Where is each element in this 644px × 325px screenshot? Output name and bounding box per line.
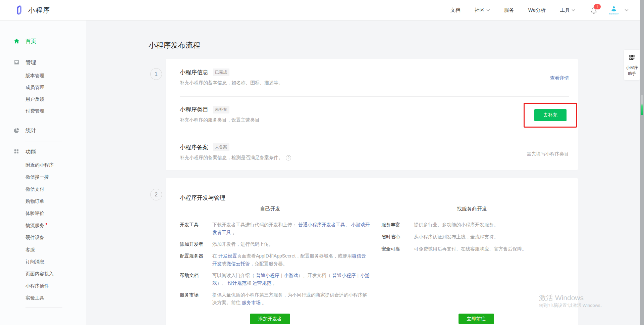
go-complete-button[interactable]: 去补充 — [534, 109, 567, 121]
dev-row-label: 帮助文档 — [180, 272, 212, 287]
helper-label-line1: 小程序 — [624, 64, 640, 71]
sidebar-item-experience-review[interactable]: 体验评价 — [0, 207, 86, 220]
inline-link[interactable]: 普通小程序开发者工具 — [298, 222, 345, 227]
scrollbar-track[interactable] — [640, 0, 644, 325]
inline-link[interactable]: 微信云托管 — [226, 261, 250, 266]
service-row-content: 提供多行业、多功能的小程序开发服务。 — [414, 221, 558, 229]
sidebar-section-home[interactable]: 首页 — [0, 34, 86, 49]
desc-text: 补充小程序的备案信息，检测是否满足备案条件。 — [180, 155, 283, 161]
inline-link[interactable]: 设计规范 — [228, 280, 247, 286]
sidebar-section-label: 管理 — [25, 59, 36, 66]
self-develop-heading: 自己开发 — [180, 206, 361, 212]
status-badge: 已完成 — [213, 68, 229, 76]
desc-text: 补充小程序的基本信息，如名称、图标、描述等。 — [180, 80, 283, 86]
service-row-2: 安全可靠可免费试用后再支付、在线客服响应、官方售后保障。 — [381, 245, 578, 253]
sidebar-item-user-feedback[interactable]: 用户反馈 — [0, 93, 86, 105]
dev-row-label: 服务市场 — [180, 291, 212, 307]
sidebar-item-subscribe-messages[interactable]: 订阅消息 — [0, 256, 86, 268]
dev-row-1: 添加开发者添加开发者，进行代码上传。 — [180, 240, 374, 248]
new-indicator-dot — [46, 223, 47, 225]
sidebar-list-manage: 版本管理成员管理用户反馈付费管理 — [0, 70, 86, 117]
sidebar-item-customer-service[interactable]: 客服 — [0, 244, 86, 256]
dev-row-content: 在 开发设置页面查看AppID和AppSecret，配置服务器域名，或使用微信云… — [212, 252, 370, 268]
nav-item-tools[interactable]: 工具 — [560, 7, 575, 13]
inline-link[interactable]: 普通小程序 — [332, 273, 356, 278]
notification-bell-button[interactable]: 1 — [590, 6, 598, 14]
nav-item-we-analytics[interactable]: We分析 — [528, 7, 546, 13]
dev-row-3: 帮助文档可以阅读入门介绍（ 普通小程序｜小游戏）、开发文档（ 普通小程序｜小游戏… — [180, 272, 374, 287]
sidebar-section-stats[interactable]: 统计 — [0, 123, 86, 138]
scrollbar-thumb[interactable] — [641, 95, 643, 115]
sidebar-item-payment-mgmt[interactable]: 付费管理 — [0, 105, 86, 117]
go-now-button[interactable]: 立即前往 — [459, 314, 494, 324]
dev-row-content: 添加开发者，进行代码上传。 — [212, 240, 370, 248]
step1-row-category: 小程序类目未补充补充小程序的服务类目，设置主营类目去补充 — [166, 96, 578, 134]
service-provider-rows: 服务丰富提供多行业、多功能的小程序开发服务。省时省心从小程序认证到发布上线，全流… — [381, 221, 578, 253]
nav-item-community[interactable]: 社区 — [475, 7, 490, 13]
sidebar-item-wechat-search[interactable]: 微信搜一搜 — [0, 171, 86, 183]
inline-link[interactable]: 开发设置 — [218, 253, 237, 259]
sidebar-item-version-mgmt[interactable]: 版本管理 — [0, 70, 86, 82]
sidebar-item-hardware-devices[interactable]: 硬件设备 — [0, 232, 86, 244]
help-icon[interactable]: ? — [286, 155, 291, 160]
inline-link[interactable]: 普通小程序 — [256, 273, 279, 278]
pie-chart-icon — [13, 127, 20, 134]
step1-row-registration: 小程序备案未备案补充小程序的备案信息，检测是否满足备案条件。?需先填写小程序类目 — [166, 134, 578, 170]
sidebar-item-page-content-access[interactable]: 页面内容接入 — [0, 268, 86, 280]
sidebar-item-experiment-tools[interactable]: 实验工具 — [0, 292, 86, 304]
divider — [180, 96, 569, 97]
step1-row-desc: 补充小程序的备案信息，检测是否满足备案条件。? — [180, 155, 291, 161]
nav-item-label: 文档 — [450, 7, 461, 13]
sidebar-section-features[interactable]: 功能 — [0, 144, 86, 159]
grid-icon — [13, 148, 20, 155]
divider — [25, 120, 62, 120]
helper-label-line2: 助手 — [624, 71, 640, 77]
mini-program-logo-icon — [13, 4, 25, 16]
divider — [25, 52, 62, 52]
mini-program-helper-widget[interactable]: 小程序 助手 — [624, 50, 640, 80]
dev-row-content: 可以阅读入门介绍（ 普通小程序｜小游戏）、开发文档（ 普通小程序｜小游戏）、 设… — [212, 272, 370, 287]
nav-item-service[interactable]: 服务 — [504, 7, 514, 13]
service-row-content: 从小程序认证到发布上线，全流程支持。 — [414, 233, 558, 241]
nav-item-docs[interactable]: 文档 — [450, 7, 461, 13]
sidebar-item-logistics-service[interactable]: 物流服务 — [0, 220, 86, 232]
dev-manage-card: 小程序开发与管理 自己开发 开发工具下载开发者工具进行代码的开发和上传： 普通小… — [166, 178, 578, 325]
notification-badge: 1 — [593, 4, 601, 10]
desc-text: 补充小程序的服务类目，设置主营类目 — [180, 117, 260, 123]
step2-title: 小程序开发与管理 — [180, 194, 225, 202]
divider — [25, 141, 62, 141]
windows-activation-watermark-line2: 转到"电脑设置"以激活 Windows。 — [539, 303, 605, 309]
sidebar-item-member-mgmt[interactable]: 成员管理 — [0, 82, 86, 93]
sidebar-item-mini-program-plugins[interactable]: 小程序插件 — [0, 280, 86, 292]
add-developer-button[interactable]: 添加开发者 — [250, 314, 290, 324]
sidebar-section-manage[interactable]: 管理 — [0, 55, 86, 70]
sidebar-section-label: 首页 — [25, 38, 36, 45]
sidebar-section-label: 统计 — [25, 127, 36, 134]
status-badge: 未备案 — [213, 143, 229, 151]
inline-link[interactable]: 服务市场 — [242, 300, 261, 305]
dev-row-content: 提供大量优质的小程序第三方服务，为不同行业的商家提供合适的小程序解决方案。前往 … — [212, 291, 370, 307]
account-name: Skychaker — [609, 13, 619, 15]
step1-row-head: 小程序备案未备案 — [180, 143, 229, 151]
inline-link[interactable]: 小游戏 — [284, 273, 298, 278]
step1-row-desc: 补充小程序的基本信息，如名称、图标、描述等。 — [180, 80, 283, 86]
nav-item-label: 服务 — [504, 7, 514, 13]
sidebar-item-shopping-orders[interactable]: 购物订单 — [0, 195, 86, 207]
sidebar-item-label: 附近的小程序 — [25, 162, 54, 168]
logo[interactable]: 小程序 — [13, 4, 50, 16]
dev-row-4: 服务市场提供大量优质的小程序第三方服务，为不同行业的商家提供合适的小程序解决方案… — [180, 291, 374, 307]
sidebar-list-features: 附近的小程序微信搜一搜微信支付购物订单体验评价物流服务硬件设备客服订阅消息页面内… — [0, 159, 86, 304]
chevron-down-icon — [486, 9, 490, 11]
inline-link[interactable]: 小游戏开发者工具 — [212, 222, 370, 235]
dev-row-label: 添加开发者 — [180, 240, 212, 248]
sidebar-item-label: 版本管理 — [25, 73, 44, 79]
view-details-link[interactable]: 查看详情 — [550, 75, 569, 81]
sidebar-item-label: 成员管理 — [25, 85, 44, 91]
sidebar-item-wechat-pay[interactable]: 微信支付 — [0, 183, 86, 195]
sidebar-item-nearby-mini-programs[interactable]: 附近的小程序 — [0, 159, 86, 171]
inline-link[interactable]: 运营规范 — [253, 280, 271, 286]
account-menu[interactable]: Skychaker — [608, 5, 629, 15]
sidebar-item-label: 实验工具 — [25, 295, 44, 301]
top-nav: 文档社区服务We分析工具 — [450, 7, 575, 13]
sidebar-item-label: 硬件设备 — [25, 235, 44, 241]
